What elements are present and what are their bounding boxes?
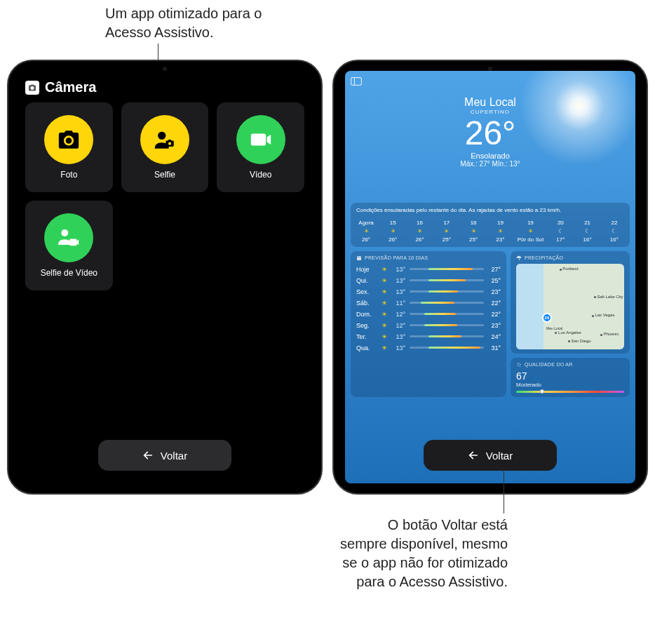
camera-tile-foto[interactable]: Foto (25, 102, 113, 192)
weather-condition: Ensolarado (345, 152, 635, 160)
hourly-item: 18☀25° (464, 220, 483, 243)
weather-screen: Meu Local CUPERTINO 26° Ensolarado Máx.:… (345, 71, 635, 483)
hourly-item: 17☀25° (437, 220, 457, 243)
hourly-item: 16☀26° (410, 220, 430, 243)
map-city-dot (592, 315, 594, 317)
map-city-dot (555, 332, 557, 334)
map-my-location-label: Meu Local (546, 326, 562, 330)
daily-row: Qua. ☀ 13° 31° (356, 342, 501, 354)
camera-icon (44, 115, 93, 164)
weather-header: Meu Local CUPERTINO 26° Ensolarado Máx.:… (345, 71, 635, 168)
map-city-label: Portland (562, 267, 578, 271)
map-city-dot (560, 269, 562, 271)
aq-level: Moderado (516, 382, 624, 388)
precip-map[interactable]: PortlandSalt Lake CityLas VegasLos Angel… (516, 264, 624, 349)
daily-row: Ter. ☀ 13° 24° (356, 331, 501, 342)
callout-bottom-line (504, 470, 504, 514)
svg-point-6 (517, 363, 518, 364)
map-city-dot (594, 296, 596, 298)
camera-tile-label: Selfie (154, 170, 175, 180)
callout-top: Um app otimizado para o Acesso Assistivo… (105, 4, 288, 42)
camera-tile-video[interactable]: Vídeo (217, 102, 304, 192)
back-button-weather[interactable]: Voltar (424, 440, 557, 471)
aq-icon (516, 362, 522, 368)
ipad-left: Câmera Foto Selfie Víde (7, 60, 323, 495)
weather-precip-panel[interactable]: PRECIPITAÇÃO PortlandSalt Lake CityLas V… (511, 251, 630, 354)
back-button-label: Voltar (486, 450, 513, 462)
arrow-left-icon (468, 450, 479, 461)
daily-row: Sáb. ☀ 11° 22° (356, 297, 501, 309)
camera-grid: Foto Selfie Vídeo Selfie d (20, 102, 310, 290)
svg-point-10 (520, 365, 520, 366)
aq-value: 67 (516, 370, 624, 382)
daily-row: Qui. ☀ 13° 25° (356, 275, 501, 286)
selfie-video-icon (44, 213, 93, 262)
hourly-item: 15☀26° (383, 220, 403, 243)
camera-tile-label: Vídeo (250, 170, 271, 180)
selfie-icon (140, 115, 189, 164)
camera-tile-label: Selfie de Vídeo (41, 268, 97, 278)
map-city-label: Salt Lake City (597, 295, 623, 299)
weather-hourly-panel: Condições ensolaradas pelo restante do d… (351, 203, 630, 247)
weather-aq-header: QUALIDADE DO AR (516, 362, 624, 368)
camera-tile-selfie-video[interactable]: Selfie de Vídeo (25, 201, 113, 290)
camera-tile-label: Foto (60, 170, 77, 180)
weather-lower-row: PREVISÃO PARA 10 DIAS Hoje ☀ 13° 27° Qui… (351, 251, 630, 397)
hourly-item: 19☀23° (490, 220, 510, 243)
map-city-dot (568, 340, 570, 342)
ipad-right: Meu Local CUPERTINO 26° Ensolarado Máx.:… (332, 60, 648, 495)
camera-app-icon (25, 81, 39, 95)
map-city-label: Los Angeles (558, 330, 581, 335)
map-ocean (516, 264, 543, 349)
svg-point-1 (62, 229, 69, 236)
calendar-icon (356, 255, 362, 261)
map-city-label: San Diego (572, 339, 591, 343)
map-my-location-pin: 26 (542, 313, 552, 323)
daily-row: Seg. ☀ 12° 23° (356, 320, 501, 331)
daily-row: Dom. ☀ 12° 22° (356, 309, 501, 320)
video-icon (236, 115, 285, 164)
camera-title: Câmera (45, 79, 96, 95)
svg-point-0 (158, 132, 166, 140)
weather-sublocation: CUPERTINO (345, 109, 635, 115)
weather-hourly-row[interactable]: Agora☀26°15☀26°16☀26°17☀25°18☀25°19☀23°1… (356, 220, 624, 243)
weather-precip-header: PRECIPITAÇÃO (516, 255, 624, 261)
weather-summary: Condições ensolaradas pelo restante do d… (356, 207, 624, 214)
weather-location: Meu Local (345, 96, 635, 109)
weather-air-quality-panel[interactable]: QUALIDADE DO AR 67 Moderado (511, 358, 630, 397)
camera-tile-selfie[interactable]: Selfie (121, 102, 209, 192)
back-button-camera[interactable]: Voltar (98, 440, 231, 471)
umbrella-icon (516, 255, 522, 261)
map-city-label: Las Vegas (595, 313, 614, 317)
daily-row: Sex. ☀ 13° 23° (356, 286, 501, 297)
weather-daily-header: PREVISÃO PARA 10 DIAS (356, 255, 501, 261)
svg-point-9 (518, 365, 518, 365)
svg-point-7 (518, 363, 519, 363)
callout-bottom: O botão Voltar está sempre disponível, m… (339, 516, 508, 591)
camera-screen: Câmera Foto Selfie Víde (20, 71, 310, 483)
aq-marker (540, 389, 544, 394)
hourly-item: Agora☀26° (356, 220, 376, 243)
aq-scale-bar (516, 391, 624, 393)
hourly-item: 21☾16° (578, 220, 597, 243)
svg-rect-4 (357, 256, 361, 260)
weather-side-column: PRECIPITAÇÃO PortlandSalt Lake CityLas V… (511, 251, 630, 397)
hourly-item: 20☾17° (551, 220, 570, 243)
daily-row: Hoje ☀ 13° 27° (356, 264, 501, 275)
map-city-dot (600, 334, 602, 336)
weather-daily-panel[interactable]: PREVISÃO PARA 10 DIAS Hoje ☀ 13° 27° Qui… (351, 251, 506, 397)
arrow-left-icon (142, 450, 154, 461)
camera-header: Câmera (20, 71, 310, 102)
hourly-item: 22☾16° (605, 220, 624, 243)
svg-point-8 (520, 363, 520, 364)
weather-high-low: Máx.: 27° Mín.: 13° (345, 160, 635, 168)
weather-current-temp: 26° (345, 116, 635, 150)
hourly-item: 19☀Pôr do Sol (518, 220, 543, 243)
map-city-label: Phoenix (604, 332, 619, 336)
back-button-label: Voltar (161, 450, 187, 462)
